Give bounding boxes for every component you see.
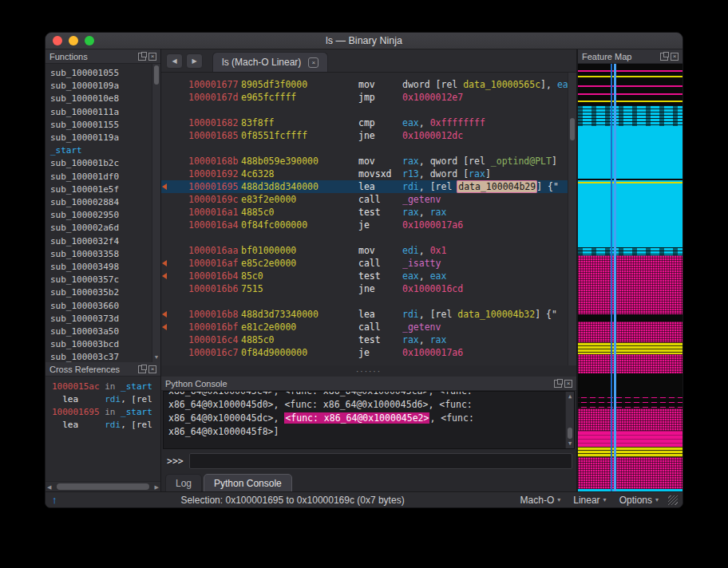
feature-map-float-icon[interactable] [660,53,668,61]
register-token[interactable]: rax [430,334,447,345]
mnemonic[interactable]: test [358,270,402,282]
disasm-line[interactable]: 1000016a14885c0testrax, rax [161,206,576,219]
xref-address[interactable]: 1000015ac [52,381,100,392]
disassembly-scrollbar[interactable] [568,73,576,365]
immediate-token[interactable]: 0x1000016cd [402,283,463,294]
instruction-address[interactable]: 100001682 [188,116,241,129]
disassembly-view[interactable]: 1000016778905df3f0000movdword [rel data_… [161,73,576,365]
function-list-item[interactable]: sub_100003358 [50,248,160,261]
register-token[interactable]: eax [430,270,447,282]
console-float-icon[interactable] [554,380,562,388]
register-token[interactable]: eax [402,270,419,282]
disasm-line[interactable]: 10000169ce83f2e0000call_getenv [161,193,576,206]
mnemonic[interactable]: mov [358,155,402,168]
scroll-up-icon[interactable]: ▲ [566,392,574,400]
functions-close-icon[interactable]: × [148,53,156,61]
register-token[interactable]: edi [402,245,419,256]
disasm-line[interactable]: 10000167de965fcffffjmp0x1000012e7 [161,91,576,104]
forward-button[interactable]: ▶ [186,53,203,69]
function-list-item[interactable]: sub_100002884 [50,196,160,209]
highlighted-data-symbol-token[interactable]: data_100004b29 [457,180,537,193]
immediate-token[interactable]: 0xffffffff [430,117,485,128]
mnemonic[interactable]: jne [358,282,402,295]
function-list-item[interactable]: sub_10000357c [50,274,160,286]
disasm-line[interactable]: 10000168283f8ffcmpeax, 0xffffffff [161,116,576,129]
instruction-address[interactable]: 1000016af [188,257,241,270]
symbol-token[interactable]: _getenv [402,194,441,205]
instruction-address[interactable]: 1000016bf [188,321,241,333]
mnemonic[interactable]: lea [358,180,402,193]
xref-instruction[interactable]: lea rdi, [rel [52,393,160,406]
tab-ls-mach-o-linear[interactable]: ls (Mach-O Linear) × [212,52,328,72]
back-button[interactable]: ◀ [166,53,183,69]
functions-float-icon[interactable] [138,53,146,61]
register-token[interactable]: rax [402,207,419,218]
function-list-item[interactable]: sub_100001e5f [50,183,160,196]
function-list-item[interactable]: sub_1000010e8 [50,93,160,105]
register-token[interactable]: rdi [402,309,419,320]
instruction-address[interactable]: 100001685 [188,129,241,142]
immediate-token[interactable]: 0x1000017a6 [402,219,463,231]
mnemonic[interactable]: cmp [358,116,402,129]
function-list-item[interactable]: sub_100002950 [50,209,160,222]
disasm-line[interactable]: 1000016aabf01000000movedi, 0x1 [161,244,576,257]
scroll-down-icon[interactable]: ▼ [566,440,574,448]
function-list-item[interactable]: sub_100002a6d [50,222,160,235]
disasm-line[interactable]: 1000016b67515jne0x1000016cd [161,282,576,295]
disasm-line[interactable]: 1000016b8488d3d73340000leardi, [rel data… [161,308,576,321]
instruction-address[interactable]: 10000168b [188,155,241,168]
mnemonic[interactable]: call [358,257,402,270]
function-list-item[interactable]: _start [50,144,160,157]
instruction-address[interactable]: 1000016b8 [188,308,241,321]
immediate-token[interactable]: 0x1000012dc [402,130,463,141]
disasm-line[interactable]: 1000016c70f84d9000000je0x1000017a6 [161,346,576,359]
disasm-line[interactable]: 1000016778905df3f0000movdword [rel data_… [161,78,576,91]
console-scrollbar-thumb[interactable] [568,428,572,439]
resize-grip[interactable] [668,495,678,505]
mnemonic[interactable]: jne [358,129,402,142]
instruction-address[interactable]: 1000016b4 [188,270,241,282]
xref-instruction[interactable]: lea rdi, [rel [52,419,160,432]
immediate-token[interactable]: 0x1000017a6 [402,347,463,358]
bottom-tab-python-console[interactable]: Python Console [204,474,292,492]
immediate-token[interactable]: 0x1 [430,245,447,256]
navigate-up-icon[interactable]: ↑ [52,494,57,506]
mnemonic[interactable]: lea [358,308,402,321]
xref-address[interactable]: 100001695 [52,407,100,417]
xrefs-float-icon[interactable] [138,365,146,373]
register-token[interactable]: rax [430,207,447,218]
instruction-address[interactable]: 1000016a1 [188,206,241,219]
symbol-token[interactable]: _getenv [402,321,441,333]
mnemonic[interactable]: je [358,219,402,231]
titlebar[interactable]: ls — Binary Ninja [46,33,682,49]
function-list-item[interactable]: sub_100003a50 [50,325,160,338]
function-list-item[interactable]: sub_100003c37 [50,351,160,362]
function-list-item[interactable]: sub_1000032f4 [50,235,160,248]
feature-map-close-icon[interactable]: × [671,53,679,61]
scroll-down-icon[interactable]: ▼ [152,353,160,361]
disasm-line[interactable]: 1000016afe85c2e0000call_isatty [161,257,576,270]
zoom-button[interactable] [85,36,94,45]
xrefs-close-icon[interactable]: × [148,365,156,373]
function-list-item[interactable]: sub_1000035b2 [50,286,160,299]
disasm-line[interactable]: 1000016b485c0testeax, eax [161,270,576,282]
symbol-token[interactable]: _isatty [402,258,441,269]
disasm-line[interactable]: 100001695488d3d8d340000leardi, [rel data… [161,180,576,193]
disasm-line[interactable]: 10000168b488b059e390000movrax, qword [re… [161,155,576,168]
bottom-tab-log[interactable]: Log [165,474,202,492]
panel-splitter[interactable]: ······ [161,365,576,377]
console-scrollbar[interactable]: ▲ ▼ [565,392,574,448]
function-list-item[interactable]: sub_10000373d [50,313,160,325]
instruction-address[interactable]: 100001677 [188,78,241,91]
console-input[interactable] [189,453,572,469]
scroll-right-icon[interactable]: ▶ [155,482,159,491]
register-token[interactable]: r13 [402,168,419,179]
data-symbol-token[interactable]: data_100004b32 [457,309,535,320]
function-list-item[interactable]: sub_100001155 [50,119,160,132]
register-token[interactable]: rax [402,334,419,345]
instruction-address[interactable]: 1000016aa [188,244,241,257]
instruction-address[interactable]: 1000016a4 [188,219,241,231]
scroll-left-icon[interactable]: ◀ [47,482,51,491]
function-list-item[interactable]: sub_10000109a [50,80,160,93]
immediate-token[interactable]: 0x1000012e7 [402,92,463,103]
